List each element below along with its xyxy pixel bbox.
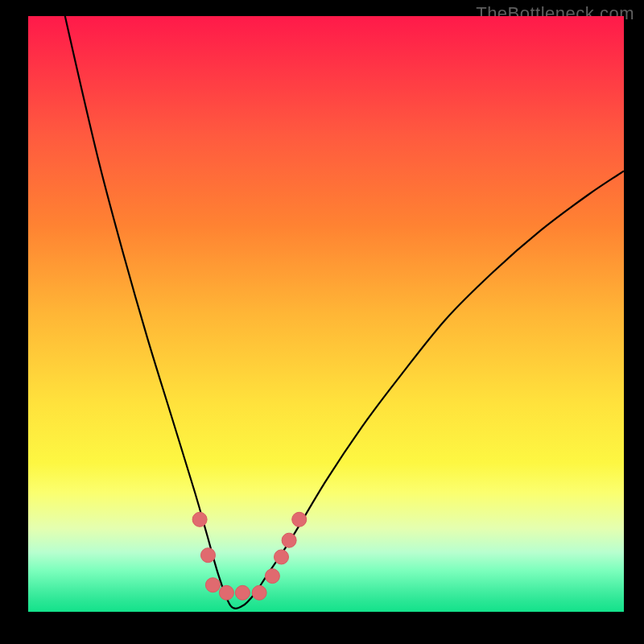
trough-marker	[235, 585, 250, 600]
trough-markers	[192, 512, 307, 600]
curve-layer	[28, 16, 624, 612]
trough-marker	[292, 512, 307, 526]
bottleneck-curve	[28, 16, 624, 609]
plot-area	[28, 16, 624, 612]
trough-marker	[252, 585, 266, 600]
trough-marker	[265, 569, 279, 584]
trough-marker	[205, 578, 220, 592]
trough-marker	[192, 512, 207, 526]
trough-marker	[219, 585, 233, 600]
trough-marker	[275, 550, 289, 564]
chart-stage: TheBottleneck.com	[0, 0, 644, 644]
trough-marker	[200, 548, 215, 563]
trough-marker	[282, 533, 296, 547]
